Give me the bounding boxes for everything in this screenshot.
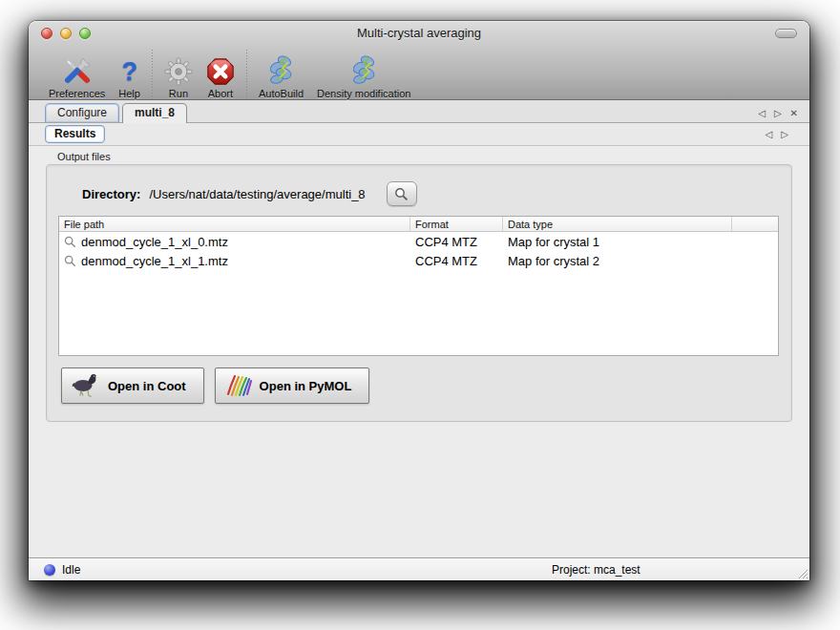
preferences-button[interactable]: Preferences (42, 52, 112, 99)
project-label: Project: mca_test (552, 563, 640, 577)
open-in-pymol-button[interactable]: Open in PyMOL (215, 368, 370, 404)
status-sphere-icon (44, 564, 55, 576)
stop-x-icon (206, 52, 235, 88)
toolbar-item-label: Run (169, 88, 188, 99)
file-path-cell: denmod_cycle_1_xl_1.mtz (59, 254, 410, 268)
action-button-label: Open in PyMOL (260, 379, 352, 393)
magnifier-icon (394, 187, 409, 201)
subtab-scroll-right-icon[interactable]: ▷ (781, 130, 788, 139)
format-cell: CCP4 MTZ (410, 235, 503, 249)
table-header: File path Format Data type (59, 217, 778, 232)
density-map-icon (347, 52, 380, 88)
help-button[interactable]: ? Help (112, 52, 147, 99)
tab-results[interactable]: Results (45, 125, 105, 143)
density-modification-button[interactable]: Density modification (310, 52, 417, 99)
coot-bird-icon (72, 373, 100, 398)
density-map-icon (264, 52, 297, 88)
column-header-file-path[interactable]: File path (59, 217, 410, 231)
autobuild-button[interactable]: AutoBuild (252, 52, 310, 99)
tab-scroll-right-icon[interactable]: ▷ (774, 109, 782, 118)
toolbar: Preferences ? Help (29, 44, 809, 102)
gear-icon (164, 52, 193, 88)
column-header-data-type[interactable]: Data type (503, 217, 732, 231)
table-row[interactable]: denmod_cycle_1_xl_1.mtz CCP4 MTZ Map for… (59, 251, 778, 270)
section-title: Output files (57, 151, 111, 162)
titlebar[interactable]: Multi-crystal averaging (29, 21, 809, 44)
column-header-extra (732, 217, 778, 231)
toolbar-item-label: Help (118, 88, 140, 99)
format-cell: CCP4 MTZ (410, 254, 503, 268)
traffic-lights (41, 28, 91, 39)
zoom-window-button[interactable] (79, 28, 91, 39)
toolbar-separator (246, 50, 247, 99)
subtab-scroll-left-icon[interactable]: ◁ (766, 130, 773, 139)
magnifier-icon (64, 255, 76, 267)
action-buttons-row: Open in Coot (61, 368, 369, 404)
run-button[interactable]: Run (158, 52, 200, 99)
close-window-button[interactable] (41, 28, 52, 39)
tab-nav-controls: ◁ ▷ ✕ (758, 109, 809, 122)
directory-label: Directory: (82, 187, 140, 201)
toolbar-item-label: Density modification (317, 88, 410, 99)
pymol-ribbon-icon (225, 373, 252, 398)
abort-button[interactable]: Abort (200, 52, 242, 99)
screenshot-stage: Multi-crystal averaging (0, 0, 840, 630)
tab-close-icon[interactable]: ✕ (790, 109, 798, 118)
minimize-window-button[interactable] (60, 28, 72, 39)
open-in-coot-button[interactable]: Open in Coot (61, 368, 204, 404)
data-type-cell: Map for crystal 2 (503, 254, 732, 268)
table-row[interactable]: denmod_cycle_1_xl_0.mtz CCP4 MTZ Map for… (59, 232, 778, 251)
directory-path: /Users/nat/data/testing/average/multi_8 (149, 187, 365, 201)
tab-configure[interactable]: Configure (45, 103, 119, 122)
status-text: Idle (62, 563, 80, 577)
tools-icon (62, 52, 93, 88)
output-files-table: File path Format Data type denmod_cycle_… (58, 216, 779, 356)
file-path-cell: denmod_cycle_1_xl_0.mtz (59, 235, 410, 249)
toolbar-toggle-button[interactable] (775, 29, 797, 38)
tab-multi-8[interactable]: multi_8 (122, 103, 187, 123)
column-header-format[interactable]: Format (410, 217, 503, 231)
window-title: Multi-crystal averaging (29, 26, 809, 40)
status-bar: Idle Project: mca_test (29, 557, 809, 580)
toolbar-separator (152, 50, 153, 99)
window-chrome: Multi-crystal averaging (29, 21, 809, 100)
data-type-cell: Map for crystal 1 (503, 235, 732, 249)
action-button-label: Open in Coot (108, 379, 186, 393)
question-mark-icon: ? (121, 52, 137, 88)
toolbar-item-label: Preferences (49, 88, 105, 99)
toolbar-item-label: AutoBuild (259, 88, 304, 99)
status-indicator: Idle (44, 563, 80, 577)
app-window: Multi-crystal averaging (29, 21, 809, 580)
tab-scroll-left-icon[interactable]: ◁ (758, 109, 766, 118)
output-files-groupbox: Directory: /Users/nat/data/testing/avera… (46, 164, 792, 422)
subtab-nav-controls: ◁ ▷ (766, 130, 809, 139)
magnifier-icon (64, 236, 76, 248)
directory-row: Directory: /Users/nat/data/testing/avera… (82, 181, 417, 206)
toolbar-item-label: Abort (208, 88, 233, 99)
tab-bar: Configure multi_8 ◁ ▷ ✕ (29, 100, 809, 123)
browse-directory-button[interactable] (387, 181, 417, 206)
subtab-bar: Results ◁ ▷ (29, 123, 809, 146)
results-panel: Output files Directory: /Users/nat/data/… (29, 146, 809, 557)
resize-grip[interactable] (796, 567, 808, 579)
